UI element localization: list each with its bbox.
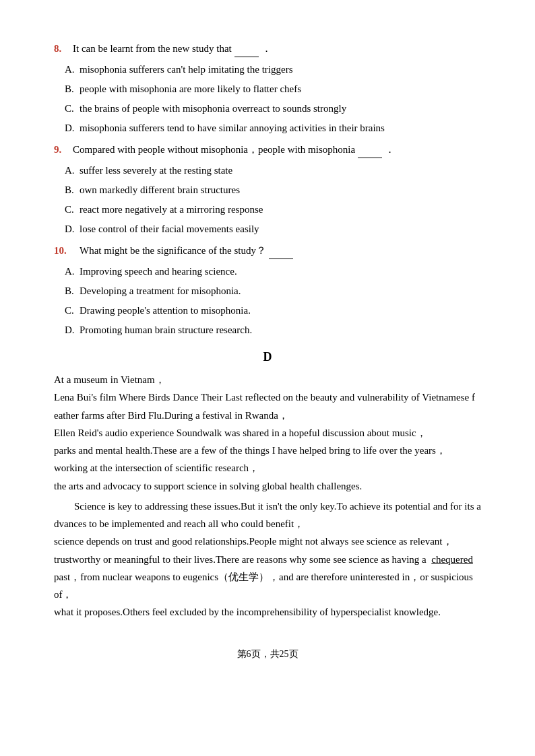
passage-line-7: the arts and advocacy to support science… — [54, 477, 481, 495]
question-10-option-c: C. Drawing people's attention to misopho… — [54, 302, 481, 318]
passage-para2-line-1: Science is key to addressing these issue… — [54, 497, 481, 515]
chequered-word: chequered — [431, 554, 473, 565]
question-8-text: It can be learnt from the new study that… — [73, 40, 481, 57]
page-footer: 第6页，共25页 — [54, 648, 481, 660]
passage-line-6: working at the intersection of scientifi… — [54, 459, 481, 477]
question-10-num: 10. — [54, 245, 80, 256]
passage-d: At a museum in Vietnam， Lena Bui's film … — [54, 371, 481, 621]
passage-para2-line-4: trustworthy or meaningful to their lives… — [54, 551, 481, 568]
passage-line-4: Ellen Reid's audio experience Soundwalk … — [54, 424, 481, 442]
question-10-blank — [269, 242, 293, 259]
question-9-num: 9. — [54, 144, 73, 156]
passage-para2-line-5: past，from nuclear weapons to eugenics（优生… — [54, 568, 481, 604]
passage-line-2: Lena Bui's film Where Birds Dance Their … — [54, 388, 481, 406]
passage-line-1: At a museum in Vietnam， — [54, 371, 481, 388]
question-10-text: What might be the significance of the st… — [80, 242, 481, 259]
question-8-num: 8. — [54, 43, 73, 55]
passage-line-3: eather farms after Bird Flu.During a fes… — [54, 407, 481, 424]
section-d-label: D — [54, 350, 481, 364]
question-8-blank — [234, 40, 259, 57]
question-9-text: Compared with people without misophonia，… — [73, 141, 481, 158]
question-10-option-b: B. Developing a treatment for misophonia… — [54, 283, 481, 299]
question-8-option-b: B. people with misophonia are more likel… — [54, 81, 481, 97]
question-10-option-a: A. Improving speech and hearing science. — [54, 263, 481, 279]
question-9: 9. Compared with people without misophon… — [54, 141, 481, 237]
question-9-option-c: C. react more negatively at a mirroring … — [54, 201, 481, 217]
question-8-option-c: C. the brains of people with misophonia … — [54, 100, 481, 116]
question-10: 10. What might be the significance of th… — [54, 242, 481, 338]
question-9-option-b: B. own markedly different brain structur… — [54, 182, 481, 198]
question-10-option-d: D. Promoting human brain structure resea… — [54, 322, 481, 338]
passage-para2-line-3: science depends on trust and good relati… — [54, 532, 481, 550]
question-8-option-a: A. misophonia sufferers can't help imita… — [54, 61, 481, 77]
question-8: 8. It can be learnt from the new study t… — [54, 40, 481, 136]
passage-para2-line-6: what it proposes.Others feel excluded by… — [54, 603, 481, 621]
passage-line-5: parks and mental health.These are a few … — [54, 442, 481, 459]
question-9-blank — [358, 141, 382, 158]
question-9-option-a: A. suffer less severely at the resting s… — [54, 162, 481, 178]
question-9-option-d: D. lose control of their facial movement… — [54, 221, 481, 237]
passage-para2-line-2: dvances to be implemented and reach all … — [54, 515, 481, 532]
question-8-option-d: D. misophonia sufferers tend to have sim… — [54, 120, 481, 136]
